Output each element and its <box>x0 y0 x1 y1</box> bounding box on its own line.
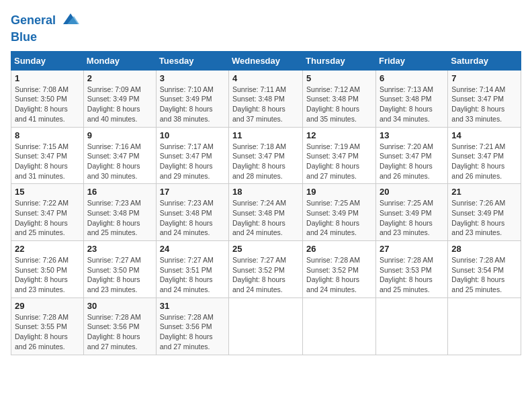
page-header: General Blue <box>11 11 521 44</box>
day-info: Sunrise: 7:23 AM <box>87 198 152 208</box>
day-cell: 5Sunrise: 7:12 AMSunset: 3:48 PMDaylight… <box>303 70 376 127</box>
day-cell: 23Sunrise: 7:27 AMSunset: 3:50 PMDayligh… <box>83 241 156 298</box>
day-cell: 12Sunrise: 7:19 AMSunset: 3:47 PMDayligh… <box>303 127 376 184</box>
day-info: Daylight: 8 hours <box>451 275 517 285</box>
day-number: 9 <box>87 130 152 140</box>
week-row-4: 22Sunrise: 7:26 AMSunset: 3:50 PMDayligh… <box>11 241 521 298</box>
day-info: Daylight: 8 hours <box>160 332 225 342</box>
day-info: and 23 minutes. <box>87 285 152 295</box>
day-number: 29 <box>15 301 80 311</box>
day-info: Daylight: 8 hours <box>380 104 444 114</box>
day-info: Sunrise: 7:27 AM <box>87 255 152 265</box>
day-info: and 41 minutes. <box>15 114 80 124</box>
day-info: Daylight: 8 hours <box>15 104 80 114</box>
day-cell: 29Sunrise: 7:28 AMSunset: 3:55 PMDayligh… <box>11 298 84 355</box>
day-info: Sunset: 3:49 PM <box>306 208 372 218</box>
day-info: Sunset: 3:48 PM <box>306 94 372 104</box>
day-info: Sunset: 3:47 PM <box>160 151 225 161</box>
day-number: 6 <box>380 73 444 83</box>
day-info: and 27 minutes. <box>306 171 372 181</box>
day-info: Sunrise: 7:24 AM <box>232 198 299 208</box>
day-info: and 25 minutes. <box>380 285 444 295</box>
day-info: and 40 minutes. <box>87 114 152 124</box>
day-info: and 28 minutes. <box>232 171 299 181</box>
day-info: and 25 minutes. <box>451 285 517 295</box>
day-info: Sunset: 3:53 PM <box>380 265 444 275</box>
logo-text: General <box>11 11 81 31</box>
day-cell: 1Sunrise: 7:08 AMSunset: 3:50 PMDaylight… <box>11 70 84 127</box>
day-info: Sunset: 3:51 PM <box>160 265 225 275</box>
day-info: and 24 minutes. <box>306 228 372 238</box>
day-info: Sunset: 3:50 PM <box>15 94 80 104</box>
day-info: Sunset: 3:50 PM <box>87 265 152 275</box>
logo: General Blue <box>11 11 81 44</box>
day-info: Sunrise: 7:08 AM <box>15 85 80 95</box>
day-number: 25 <box>232 244 299 254</box>
week-row-2: 8Sunrise: 7:15 AMSunset: 3:47 PMDaylight… <box>11 127 521 184</box>
day-info: Daylight: 8 hours <box>380 218 444 228</box>
day-info: and 25 minutes. <box>87 228 152 238</box>
day-info: Daylight: 8 hours <box>306 218 372 228</box>
day-info: Sunset: 3:47 PM <box>232 151 299 161</box>
day-info: Sunrise: 7:28 AM <box>451 255 517 265</box>
day-info: Sunrise: 7:15 AM <box>15 142 80 152</box>
day-info: Sunrise: 7:25 AM <box>306 198 372 208</box>
day-info: and 24 minutes. <box>160 228 225 238</box>
day-info: Sunrise: 7:27 AM <box>232 255 299 265</box>
day-cell <box>448 298 521 355</box>
day-info: Sunrise: 7:27 AM <box>160 255 225 265</box>
day-info: Sunrise: 7:11 AM <box>232 85 299 95</box>
day-info: Daylight: 8 hours <box>15 275 80 285</box>
day-info: Sunset: 3:50 PM <box>15 265 80 275</box>
day-cell: 9Sunrise: 7:16 AMSunset: 3:47 PMDaylight… <box>83 127 156 184</box>
day-cell: 10Sunrise: 7:17 AMSunset: 3:47 PMDayligh… <box>156 127 228 184</box>
day-info: Daylight: 8 hours <box>87 275 152 285</box>
day-info: Daylight: 8 hours <box>232 104 299 114</box>
day-info: Sunset: 3:47 PM <box>380 151 444 161</box>
day-cell: 14Sunrise: 7:21 AMSunset: 3:47 PMDayligh… <box>448 127 521 184</box>
day-cell: 26Sunrise: 7:28 AMSunset: 3:52 PMDayligh… <box>303 241 376 298</box>
day-info: Daylight: 8 hours <box>87 332 152 342</box>
day-info: and 34 minutes. <box>380 114 444 124</box>
day-cell <box>375 298 447 355</box>
day-number: 22 <box>15 244 80 254</box>
day-info: Sunset: 3:56 PM <box>87 322 152 332</box>
day-info: Sunrise: 7:28 AM <box>160 312 225 322</box>
day-info: Daylight: 8 hours <box>160 275 225 285</box>
day-info: Daylight: 8 hours <box>15 332 80 342</box>
day-info: and 24 minutes. <box>160 285 225 295</box>
day-cell: 28Sunrise: 7:28 AMSunset: 3:54 PMDayligh… <box>448 241 521 298</box>
day-info: Sunset: 3:47 PM <box>451 151 517 161</box>
day-info: Daylight: 8 hours <box>451 104 517 114</box>
day-cell: 7Sunrise: 7:14 AMSunset: 3:47 PMDaylight… <box>448 70 521 127</box>
day-info: Daylight: 8 hours <box>15 218 80 228</box>
day-info: Sunrise: 7:17 AM <box>160 142 225 152</box>
day-info: Sunset: 3:47 PM <box>87 151 152 161</box>
day-cell: 4Sunrise: 7:11 AMSunset: 3:48 PMDaylight… <box>229 70 303 127</box>
header-cell-thursday: Thursday <box>303 51 376 70</box>
day-info: Daylight: 8 hours <box>306 275 372 285</box>
day-info: Sunrise: 7:18 AM <box>232 142 299 152</box>
day-number: 28 <box>451 244 517 254</box>
day-info: Sunset: 3:52 PM <box>232 265 299 275</box>
day-cell: 2Sunrise: 7:09 AMSunset: 3:49 PMDaylight… <box>83 70 156 127</box>
day-info: Sunset: 3:56 PM <box>160 322 225 332</box>
day-number: 3 <box>160 73 225 83</box>
day-number: 2 <box>87 73 152 83</box>
day-info: Daylight: 8 hours <box>306 104 372 114</box>
day-info: Sunset: 3:49 PM <box>380 208 444 218</box>
day-cell: 27Sunrise: 7:28 AMSunset: 3:53 PMDayligh… <box>375 241 447 298</box>
day-number: 8 <box>15 130 80 140</box>
day-cell: 21Sunrise: 7:26 AMSunset: 3:49 PMDayligh… <box>448 184 521 241</box>
day-cell: 24Sunrise: 7:27 AMSunset: 3:51 PMDayligh… <box>156 241 228 298</box>
day-info: Daylight: 8 hours <box>451 161 517 171</box>
day-info: Sunrise: 7:22 AM <box>15 198 80 208</box>
day-cell: 31Sunrise: 7:28 AMSunset: 3:56 PMDayligh… <box>156 298 228 355</box>
day-cell: 3Sunrise: 7:10 AMSunset: 3:49 PMDaylight… <box>156 70 228 127</box>
day-info: Sunset: 3:54 PM <box>451 265 517 275</box>
day-number: 1 <box>15 73 80 83</box>
day-info: and 25 minutes. <box>15 228 80 238</box>
day-cell: 15Sunrise: 7:22 AMSunset: 3:47 PMDayligh… <box>11 184 84 241</box>
header-row: SundayMondayTuesdayWednesdayThursdayFrid… <box>11 51 521 70</box>
day-cell: 22Sunrise: 7:26 AMSunset: 3:50 PMDayligh… <box>11 241 84 298</box>
